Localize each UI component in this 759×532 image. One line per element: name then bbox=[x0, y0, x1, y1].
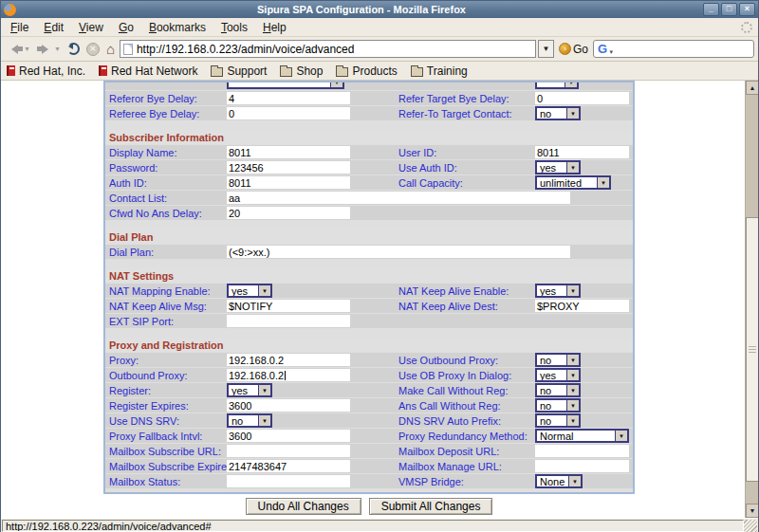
url-history-dropdown[interactable]: ▼ bbox=[538, 40, 554, 58]
dropdown-arrow-icon[interactable]: ▼ bbox=[566, 415, 579, 426]
section-header-proxy-and-registration: Proxy and Registration bbox=[105, 338, 633, 352]
input-mailbox-subscribe-expires[interactable]: 2147483647 bbox=[227, 460, 350, 472]
input-display-name[interactable]: 8011 bbox=[227, 146, 350, 158]
input-text: 20 bbox=[229, 208, 240, 219]
input-user-id[interactable]: 8011 bbox=[535, 146, 629, 158]
dropdown-arrow-icon[interactable]: ▼ bbox=[566, 108, 579, 119]
input-mailbox-subscribe-url[interactable] bbox=[227, 445, 350, 457]
input-contact-list[interactable]: aa bbox=[227, 192, 570, 204]
forward-button[interactable]: ▼ bbox=[35, 43, 63, 56]
input-nat-keep-alive-msg[interactable]: $NOTIFY bbox=[227, 300, 350, 312]
select-ans-call-without-reg[interactable]: no▼ bbox=[535, 398, 581, 413]
menu-view[interactable]: View bbox=[71, 19, 111, 36]
dropdown-arrow-icon[interactable]: ▼ bbox=[258, 285, 270, 296]
dropdown-arrow-icon[interactable]: ▼ bbox=[566, 385, 579, 395]
undo-all-changes-button[interactable]: Undo All Changes bbox=[246, 498, 361, 515]
stop-button[interactable]: ✕ bbox=[84, 41, 102, 58]
bookmark-training[interactable]: Training bbox=[411, 64, 468, 78]
input-ext-sip-port[interactable] bbox=[227, 315, 350, 327]
select-register[interactable]: yes▼ bbox=[227, 383, 272, 397]
home-button[interactable]: ⌂ bbox=[104, 41, 117, 58]
back-button[interactable]: ▼ bbox=[5, 43, 32, 56]
input-refer-target-bye-delay[interactable]: 0 bbox=[535, 92, 629, 104]
submit-all-changes-button[interactable]: Submit All Changes bbox=[369, 498, 493, 515]
search-engine-dropdown-icon[interactable]: ▼ bbox=[608, 49, 614, 55]
vertical-scrollbar[interactable]: ▲ ▼ bbox=[745, 81, 758, 518]
select[interactable]: ▼ bbox=[535, 83, 579, 89]
dropdown-arrow-icon[interactable]: ▼ bbox=[615, 431, 627, 441]
menu-go[interactable]: Go bbox=[111, 19, 141, 36]
dropdown-arrow-icon[interactable]: ▼ bbox=[566, 285, 579, 296]
input-register-expires[interactable]: 3600 bbox=[227, 399, 350, 412]
select-proxy-redundancy-method[interactable]: Normal▼ bbox=[535, 429, 629, 443]
select-refer-to-target-contact[interactable]: no▼ bbox=[535, 106, 581, 120]
input-text: 0 bbox=[537, 93, 543, 104]
select-call-capacity[interactable]: unlimited▼ bbox=[535, 175, 611, 190]
url-input[interactable]: http://192.168.0.223/admin/voice/advance… bbox=[137, 43, 532, 56]
scroll-up-icon[interactable]: ▲ bbox=[746, 81, 758, 95]
section-gap bbox=[105, 260, 633, 268]
forward-dropdown-icon[interactable]: ▼ bbox=[54, 46, 61, 52]
bookmark-products[interactable]: Products bbox=[336, 64, 397, 78]
bookmark-red-hat-inc[interactable]: Red Hat, Inc. bbox=[7, 64, 85, 78]
menu-edit[interactable]: Edit bbox=[36, 19, 71, 36]
search-input[interactable]: G ▼ bbox=[593, 40, 754, 58]
input-dial-plan[interactable]: (<9:>xx.) bbox=[227, 246, 570, 258]
input-proxy[interactable]: 192.168.0.2 bbox=[227, 354, 350, 366]
dropdown-arrow-icon[interactable]: ▼ bbox=[565, 83, 577, 87]
resize-grip[interactable] bbox=[744, 520, 757, 532]
form-row: Proxy:192.168.0.2Use Outbound Proxy:no▼ bbox=[105, 353, 633, 367]
select-dns-srv-auto-prefix[interactable]: no▼ bbox=[535, 413, 581, 428]
input-outbound-proxy[interactable]: 192.168.0.2 bbox=[227, 369, 350, 381]
reload-button[interactable] bbox=[65, 41, 82, 57]
select-use-outbound-proxy[interactable]: no▼ bbox=[535, 353, 581, 367]
browser-window: Sipura SPA Configuration - Mozilla Firef… bbox=[0, 0, 759, 532]
input-referee-bye-delay[interactable]: 0 bbox=[227, 107, 350, 119]
select-make-call-without-reg[interactable]: no▼ bbox=[535, 383, 581, 397]
menu-bookmarks[interactable]: Bookmarks bbox=[141, 19, 213, 36]
menu-help[interactable]: Help bbox=[255, 19, 294, 36]
input-referor-bye-delay[interactable]: 4 bbox=[227, 92, 350, 104]
input-auth-id[interactable]: 8011 bbox=[227, 176, 350, 189]
input-mailbox-status[interactable] bbox=[227, 475, 350, 487]
folder-icon bbox=[211, 67, 223, 77]
label-mailbox-manage-url: Mailbox Manage URL: bbox=[398, 461, 535, 472]
input-nat-keep-alive-dest[interactable]: $PROXY bbox=[535, 300, 629, 312]
dropdown-arrow-icon[interactable]: ▼ bbox=[566, 370, 579, 380]
select-nat-keep-alive-enable[interactable]: yes▼ bbox=[535, 284, 581, 298]
form-row: Mailbox Subscribe Expires:2147483647Mail… bbox=[105, 459, 633, 473]
back-dropdown-icon[interactable]: ▼ bbox=[24, 46, 30, 52]
input-mailbox-deposit-url[interactable] bbox=[535, 445, 629, 457]
select-vmsp-bridge[interactable]: None▼ bbox=[535, 474, 583, 488]
bookmark-support[interactable]: Support bbox=[211, 64, 267, 78]
dropdown-arrow-icon[interactable]: ▼ bbox=[258, 385, 270, 395]
menu-file[interactable]: File bbox=[3, 19, 36, 36]
input-cfwd-no-ans-delay[interactable]: 20 bbox=[227, 207, 350, 219]
bookmark-red-hat-network[interactable]: Red Hat Network bbox=[99, 64, 197, 78]
dropdown-arrow-icon[interactable]: ▼ bbox=[330, 83, 342, 87]
scroll-down-icon[interactable]: ▼ bbox=[746, 504, 758, 518]
dropdown-arrow-icon[interactable]: ▼ bbox=[566, 355, 579, 365]
select-use-ob-proxy-in-dialog[interactable]: yes▼ bbox=[535, 368, 581, 382]
select-use-auth-id[interactable]: yes▼ bbox=[535, 160, 581, 174]
minimize-button[interactable]: _ bbox=[703, 3, 719, 16]
dropdown-arrow-icon[interactable]: ▼ bbox=[597, 177, 609, 188]
dropdown-arrow-icon[interactable]: ▼ bbox=[258, 415, 270, 426]
dropdown-arrow-icon[interactable]: ▼ bbox=[568, 476, 581, 486]
menu-tools[interactable]: Tools bbox=[213, 19, 255, 36]
input-password[interactable]: 123456 bbox=[227, 161, 350, 174]
close-button[interactable]: × bbox=[739, 3, 755, 16]
go-button[interactable]: › Go bbox=[557, 43, 590, 56]
select-nat-mapping-enable[interactable]: yes▼ bbox=[227, 284, 272, 298]
input-mailbox-manage-url[interactable] bbox=[535, 460, 629, 472]
select-use-dns-srv[interactable]: no▼ bbox=[227, 413, 272, 428]
dropdown-arrow-icon[interactable]: ▼ bbox=[566, 400, 579, 411]
input-proxy-fallback-intvl[interactable]: 3600 bbox=[227, 430, 350, 442]
bookmark-shop[interactable]: Shop bbox=[280, 64, 323, 78]
select[interactable]: ▼ bbox=[227, 83, 344, 89]
scrollbar-thumb[interactable] bbox=[746, 217, 758, 482]
form-row: Mailbox Status:VMSP Bridge:None▼ bbox=[105, 474, 633, 488]
restore-button[interactable]: □ bbox=[721, 3, 737, 16]
url-bar[interactable]: http://192.168.0.223/admin/voice/advance… bbox=[120, 40, 536, 58]
dropdown-arrow-icon[interactable]: ▼ bbox=[566, 162, 579, 173]
